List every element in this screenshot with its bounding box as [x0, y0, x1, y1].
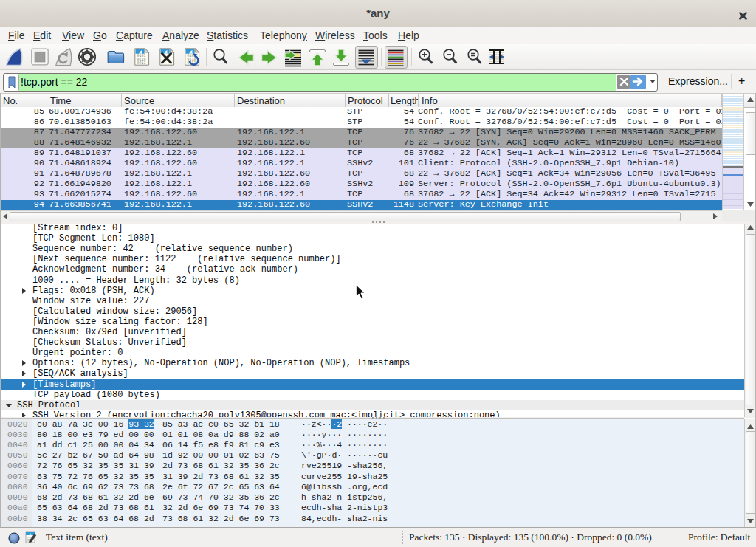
svg-text:0011: 0011 — [137, 61, 146, 65]
